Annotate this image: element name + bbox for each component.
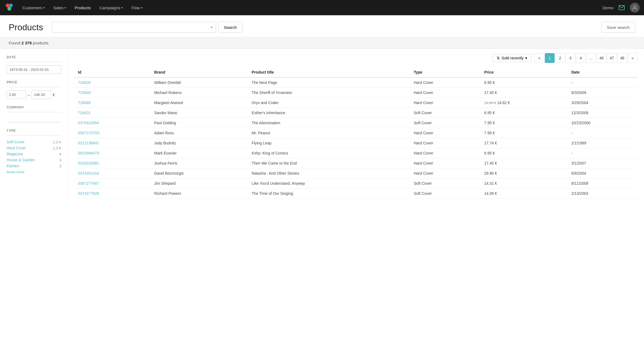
product-id[interactable]: 0374277826: [75, 189, 151, 199]
price-dash: –: [28, 93, 30, 97]
product-price: 14.31 €: [481, 178, 568, 189]
user-avatar[interactable]: [630, 3, 640, 13]
product-id[interactable]: 081099447X: [75, 148, 151, 158]
search-button[interactable]: Search: [218, 22, 243, 33]
pagination-page-1[interactable]: 1: [545, 53, 555, 63]
product-type: Hard Cover: [411, 158, 481, 168]
nav-item-products[interactable]: Products: [71, 3, 95, 12]
pagination-page-47[interactable]: 47: [607, 53, 617, 63]
svg-point-0: [6, 4, 10, 7]
table-header-row: IdBrandProduct titleTypePriceDate: [75, 67, 637, 77]
product-type: Hard Cover: [411, 148, 481, 158]
search-bar: ▾ Search: [52, 22, 242, 33]
mail-icon-button[interactable]: [617, 3, 627, 13]
page-title: Products: [9, 22, 43, 32]
col-header-price: Price: [481, 67, 568, 77]
product-title: The Next Page: [248, 77, 411, 88]
type-link[interactable]: Hard Cover: [7, 146, 26, 150]
search-filter-select[interactable]: ▾: [52, 22, 216, 33]
product-date: 1/1/1999: [568, 138, 637, 148]
pagination-next[interactable]: »: [628, 53, 637, 63]
product-id[interactable]: 0307277607: [75, 178, 151, 189]
pagination-page-2[interactable]: 2: [555, 53, 565, 63]
table-row: 716089Margaret AtwoodOryx and CrakeHard …: [75, 98, 637, 108]
product-id[interactable]: 716089: [75, 98, 151, 108]
price-current: 17.45 €: [484, 90, 497, 95]
company-input[interactable]: [7, 116, 61, 122]
pagination: «1234...464748»: [534, 53, 637, 63]
product-id[interactable]: 0316016381: [75, 158, 151, 168]
product-type: Soft Cover: [411, 178, 481, 189]
price-current: 7.95 €: [484, 121, 495, 125]
nav-item-campaigns[interactable]: Campaigns▾: [96, 3, 126, 12]
products-table: IdBrandProduct titleTypePriceDate 716626…: [75, 67, 637, 199]
found-bar: Found 2 379 products: [0, 37, 644, 49]
svg-point-1: [9, 4, 13, 7]
table-row: 0307277607Jim ShepardLike You'd Understa…: [75, 178, 637, 189]
product-id[interactable]: 715849: [75, 88, 151, 98]
show-more-link[interactable]: Show more: [7, 170, 61, 174]
product-id[interactable]: 0312198841: [75, 138, 151, 148]
demo-label: Demo: [603, 5, 613, 10]
sort-button[interactable]: ⇅ Sold recently ▾: [493, 54, 531, 62]
col-header-brand: Brand: [151, 67, 248, 77]
pagination-page-48[interactable]: 48: [617, 53, 627, 63]
pagination-page-4[interactable]: 4: [576, 53, 586, 63]
product-price: 14.99 €14.82 €: [481, 98, 568, 108]
price-max-input[interactable]: [32, 90, 51, 99]
product-id[interactable]: 716431: [75, 108, 151, 118]
type-count: 8: [59, 152, 61, 156]
type-list: Soft Cover1.2 KHard Cover1.2 KMagazine8H…: [7, 139, 61, 169]
product-id[interactable]: 0374281416: [75, 168, 151, 178]
pagination-page-46[interactable]: 46: [597, 53, 606, 63]
product-price: 14.99 €: [481, 189, 568, 199]
product-type: Hard Cover: [411, 77, 481, 88]
table-row: 0375410554Paul GoldingThe AbominationSof…: [75, 118, 637, 128]
product-date: 12/3/2008: [568, 108, 637, 118]
pagination-prev[interactable]: «: [534, 53, 544, 63]
type-item[interactable]: Kitchen3: [7, 163, 61, 169]
chevron-down-icon: ▾: [43, 6, 45, 9]
date-filter-label: DATE: [7, 55, 61, 59]
content-area: DATE PRICE – € COMPANY TYPE Soft Cover1.…: [0, 49, 644, 203]
user-icon: [632, 5, 637, 10]
pagination-page-3[interactable]: 3: [566, 53, 575, 63]
type-item[interactable]: Soft Cover1.2 K: [7, 139, 61, 145]
product-brand: David Bezmozgis: [151, 168, 248, 178]
product-id[interactable]: 0375410554: [75, 118, 151, 128]
date-range-input[interactable]: [7, 65, 61, 74]
product-title: Then We Came to the End: [248, 158, 411, 168]
product-id[interactable]: 030727070X: [75, 128, 151, 138]
nav-item-customers[interactable]: Customers▾: [19, 3, 48, 12]
product-date: 6/8/2004: [568, 168, 637, 178]
save-search-button[interactable]: Save search: [601, 22, 635, 33]
product-type: Hard Cover: [411, 138, 481, 148]
product-title: The Abomination: [248, 118, 411, 128]
type-link[interactable]: Kitchen: [7, 164, 19, 168]
type-item[interactable]: Magazine8: [7, 151, 61, 157]
type-item[interactable]: Hard Cover1.2 K: [7, 145, 61, 151]
product-date: 8/3/2009: [568, 88, 637, 98]
date-filter-section: DATE: [7, 55, 61, 74]
pagination-page-...[interactable]: ...: [586, 53, 596, 63]
type-link[interactable]: Magazine: [7, 152, 23, 156]
type-link[interactable]: House & Garden: [7, 158, 35, 162]
product-type: Soft Cover: [411, 189, 481, 199]
nav-item-sales[interactable]: Sales▾: [50, 3, 70, 12]
product-type: Soft Cover: [411, 118, 481, 128]
type-item[interactable]: House & Garden3: [7, 157, 61, 163]
type-link[interactable]: Soft Cover: [7, 140, 25, 144]
product-price: 7.99 €: [481, 128, 568, 138]
product-title: The Sheriff of Yrnameer: [248, 88, 411, 98]
price-current: 6.95 €: [484, 111, 495, 115]
found-suffix: products: [32, 41, 48, 45]
product-price: 6.95 €: [481, 108, 568, 118]
product-type: Hard Cover: [411, 88, 481, 98]
product-date: 10/23/2000: [568, 118, 637, 128]
product-id[interactable]: 716626: [75, 77, 151, 88]
product-brand: Adam Ross: [151, 128, 248, 138]
price-min-input[interactable]: [7, 90, 26, 99]
nav-item-flow[interactable]: Flow▾: [127, 3, 146, 12]
product-brand: William Drenttel: [151, 77, 248, 88]
app-logo[interactable]: [4, 3, 14, 13]
